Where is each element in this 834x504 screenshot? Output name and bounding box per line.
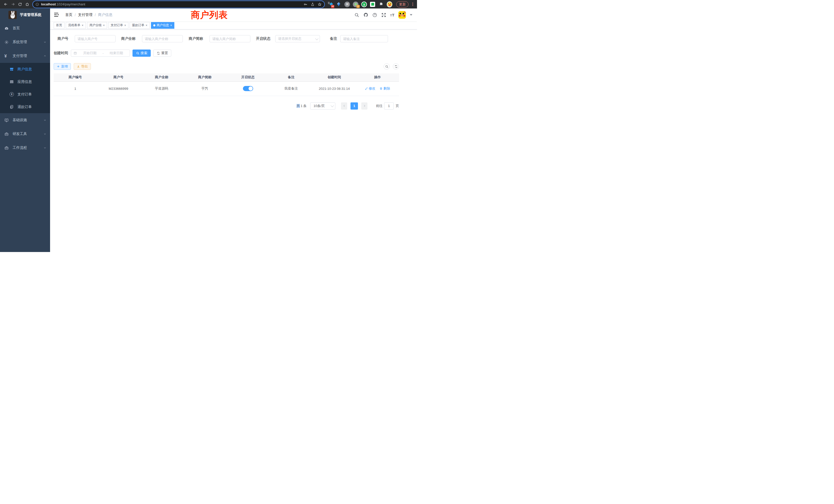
edit-link[interactable]: 修改 [365,86,375,91]
bookmark-star-icon[interactable] [317,2,322,6]
browser-home-button[interactable] [24,1,30,7]
extensions-menu-button[interactable] [378,2,384,7]
table-row: 1 M233666999 芋道源码 芋艿 我是备注 2021-10-23 08:… [54,81,399,96]
remark-input[interactable] [340,35,388,42]
extension-kite[interactable] [336,2,342,7]
toolbox-icon [4,146,9,150]
sidebar-item-label: 首页 [13,26,46,30]
sidebar-logo[interactable]: 芋道管理系统 [0,8,50,21]
status-select[interactable]: 请选择开启状态 [275,35,320,42]
kite-icon [337,2,341,6]
forward-arrow-icon [11,2,15,6]
status-placeholder: 请选择开启状态 [278,37,315,41]
goto-page-input[interactable] [384,102,394,110]
extensions-strip: 10 ⌘ 1 y 更新 [327,1,414,7]
status-toggle[interactable] [243,86,253,91]
reset-button[interactable]: 重置 [153,49,171,57]
share-icon[interactable] [311,2,314,6]
browser-profile-avatar[interactable] [387,2,392,7]
browser-update-button[interactable]: 更新 [396,1,409,7]
tab-process-form[interactable]: 流程表单× [66,22,86,29]
browser-reload-button[interactable] [17,1,23,7]
col-header-status: 开启状态 [226,73,270,81]
delete-link[interactable]: 删除 [379,86,390,91]
next-page-button[interactable] [361,102,368,110]
sidebar-item-merchant-info[interactable]: 商户信息 [0,63,50,75]
breadcrumb-payment[interactable]: 支付管理 [78,13,92,17]
extension-y[interactable]: y [361,2,367,7]
browser-menu-button[interactable] [411,2,414,6]
close-icon[interactable]: × [146,24,147,27]
fullscreen-icon[interactable] [381,12,387,18]
close-icon[interactable]: × [124,24,126,27]
chevron-down-icon [43,146,46,150]
avatar-dropdown-caret[interactable] [410,14,412,16]
full-name-input[interactable] [142,35,183,42]
tab-refund-order[interactable]: 退款订单× [130,22,150,29]
extension-command[interactable]: ⌘ [344,2,350,7]
sidebar-item-pay-order[interactable]: ¥ 支付订单 [0,88,50,100]
export-button[interactable]: 导出 [74,63,91,70]
extension-recorder[interactable]: 1 [353,2,358,7]
prev-page-button[interactable] [341,102,347,110]
sidebar-item-system[interactable]: 系统管理 [0,35,50,49]
tab-label: 商户信息 [157,23,169,27]
help-icon[interactable] [372,12,377,18]
sidebar-item-app-info[interactable]: 应用信息 [0,75,50,88]
address-bar[interactable]: localhost:1024/pay/merchant [33,1,324,8]
tab-pay-order[interactable]: 支付订单× [108,22,128,29]
create-time-range-picker[interactable]: 开始日期 - 结束日期 [71,49,130,57]
cell-id: 1 [54,81,97,96]
tab-user-group[interactable]: 用户分组× [87,22,107,29]
start-date-placeholder: 开始日期 [79,51,101,55]
tab-merchant-info[interactable]: 商户信息× [151,22,174,29]
sidebar-item-payment[interactable]: ¥ 支付管理 [0,49,50,63]
extension-tabs-manager[interactable]: 10 [327,2,333,7]
search-icon[interactable] [354,12,359,18]
sidebar-collapse-button[interactable] [54,12,60,18]
page-1-button[interactable]: 1 [351,102,358,110]
chevron-down-icon [331,104,334,107]
merchant-no-input[interactable] [75,35,115,42]
pagination-total: 共1条 [297,104,307,108]
cell-remark: 我是备注 [270,81,313,96]
full-name-label: 商户全称 [121,37,136,41]
sidebar-item-home[interactable]: 首页 [0,21,50,35]
tab-home[interactable]: 首页 [54,22,64,29]
trash-icon [379,87,382,90]
refresh-table-button[interactable] [393,63,399,70]
search-button[interactable]: 搜索 [132,49,151,57]
tab-label: 用户分组 [89,23,102,27]
extension-chat[interactable] [370,2,375,7]
font-size-icon[interactable]: TT [390,13,394,17]
sidebar-item-dev-tools[interactable]: 研发工具 [0,127,50,141]
sidebar-item-label: 研发工具 [13,132,40,136]
sidebar-item-workflow[interactable]: 工作流程 [0,141,50,155]
browser-back-button[interactable] [3,1,9,7]
refresh-icon [157,51,160,55]
add-button[interactable]: 新增 [54,63,71,70]
total-count: 1 [300,104,303,108]
short-name-input[interactable] [210,35,250,42]
extension-badge-10: 10 [331,5,334,8]
close-icon[interactable]: × [103,24,105,27]
page-size-value: 10条/页 [313,104,331,108]
dashboard-gauge-icon [4,26,9,30]
profile-emoji-icon [387,1,392,7]
password-key-icon[interactable] [304,2,308,6]
github-icon[interactable] [363,12,369,18]
breadcrumb-home[interactable]: 首页 [65,13,72,17]
user-avatar[interactable] [398,11,406,19]
close-icon[interactable]: × [170,24,172,27]
site-info-icon[interactable] [36,3,39,6]
page-size-select[interactable]: 10条/页 [310,102,335,110]
short-name-label: 商户简称 [189,37,203,41]
sidebar-item-refund-order[interactable]: 退款订单 [0,100,50,113]
table-tools [383,63,399,70]
hide-search-button[interactable] [383,63,390,70]
browser-forward-button[interactable] [10,1,16,7]
chevron-down-icon [315,37,319,40]
sidebar-item-infrastructure[interactable]: 基础设施 [0,113,50,127]
close-icon[interactable]: × [82,24,84,27]
merchant-table: 商户编号 商户号 商户全称 商户简称 开启状态 备注 创建时间 操作 1 M23… [54,73,399,96]
